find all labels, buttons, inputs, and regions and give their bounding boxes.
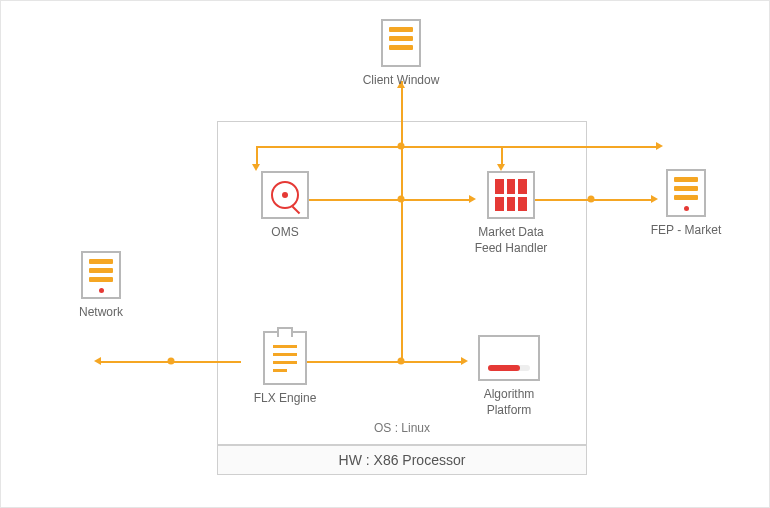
clipboard-icon [263,331,307,385]
node-fep-market: FEP - Market [641,169,731,239]
node-algorithm-platform: Algorithm Platform [459,335,559,418]
server-icon [81,251,121,299]
hw-container: HW : X86 Processor [217,445,587,475]
node-label: FLX Engine [245,391,325,407]
junction-dot [588,196,595,203]
junction-dot [398,358,405,365]
server-icon [666,169,706,217]
node-flx-engine: FLX Engine [245,331,325,407]
grid-icon [487,171,535,219]
os-label: OS : Linux [217,421,587,435]
node-client-window: Client Window [361,19,441,89]
node-label: Market Data Feed Handler [461,225,561,256]
arrow-icon [497,164,505,171]
arrow-icon [656,142,663,150]
connector [401,81,403,361]
window-icon [381,19,421,67]
node-label: Network [61,305,141,321]
node-network: Network [61,251,141,321]
arrow-icon [94,357,101,365]
junction-dot [168,358,175,365]
junction-dot [398,196,405,203]
disc-icon [261,171,309,219]
connector [256,146,656,148]
node-label: Client Window [361,73,441,89]
node-label: OMS [245,225,325,241]
progress-icon [478,335,540,381]
node-oms: OMS [245,171,325,241]
connector [256,146,258,164]
junction-dot [398,143,405,150]
node-market-data: Market Data Feed Handler [461,171,561,256]
node-label: Algorithm Platform [459,387,559,418]
node-label: FEP - Market [641,223,731,239]
hw-label: HW : X86 Processor [339,452,466,468]
arrow-icon [252,164,260,171]
connector [501,146,503,164]
